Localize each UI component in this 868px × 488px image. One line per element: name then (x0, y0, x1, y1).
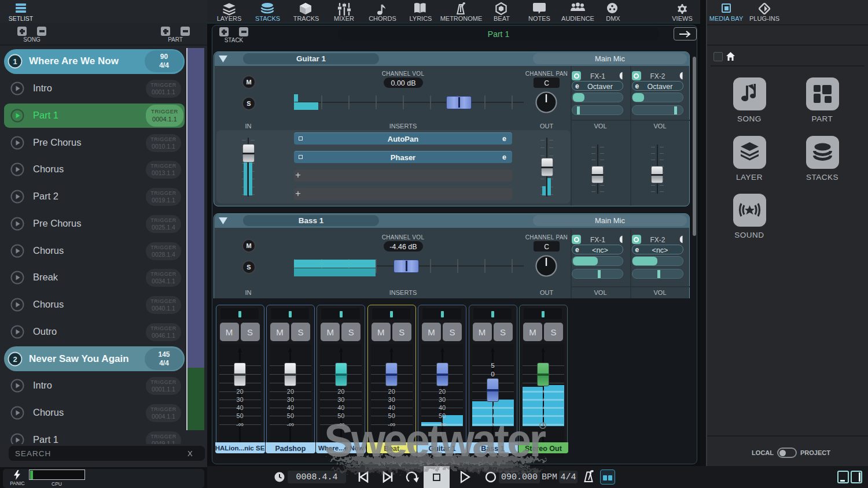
svg-text:2: 2 (13, 354, 17, 363)
svg-text:1: 1 (13, 57, 17, 66)
